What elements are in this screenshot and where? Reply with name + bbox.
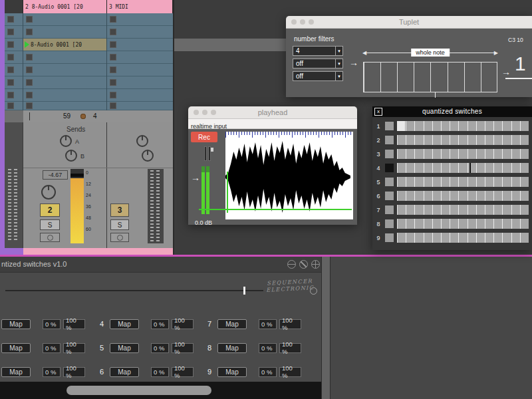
slider-thumb[interactable] xyxy=(243,287,245,295)
clip-slot[interactable] xyxy=(23,76,106,89)
map-button[interactable]: Map xyxy=(217,343,247,353)
send-b-knob[interactable] xyxy=(142,150,154,162)
switch-grid[interactable] xyxy=(397,205,529,215)
map-button[interactable]: Map xyxy=(217,367,247,377)
filter-dropdown-1[interactable]: 4 ▼ xyxy=(293,46,343,56)
row-toggle[interactable] xyxy=(385,205,394,214)
horizontal-scrollbar[interactable] xyxy=(66,386,211,395)
clip-slot[interactable] xyxy=(5,39,23,51)
clip-slot[interactable] xyxy=(107,51,173,64)
clip-stop-button[interactable] xyxy=(110,92,116,98)
max-value-box[interactable]: 100 % xyxy=(63,319,85,329)
max-value-box[interactable]: 100 % xyxy=(279,319,301,329)
switch-grid[interactable] xyxy=(397,233,529,243)
clip-stop-button[interactable] xyxy=(26,79,33,86)
clip-stop-button[interactable] xyxy=(110,41,116,48)
track3-activator-button[interactable]: 3 xyxy=(110,203,129,217)
track3-header[interactable]: 3 MIDI xyxy=(107,0,173,13)
stop-all-clips-slot[interactable] xyxy=(107,102,173,110)
pan-knob[interactable] xyxy=(41,185,56,200)
volume-fader[interactable] xyxy=(70,169,84,243)
map-button[interactable]: Map xyxy=(110,319,139,329)
clip-slot[interactable] xyxy=(23,64,106,76)
mini-fader-handle[interactable] xyxy=(211,148,213,152)
track3-arm-button[interactable] xyxy=(110,233,129,242)
switch-grid[interactable] xyxy=(397,121,529,131)
row-toggle[interactable] xyxy=(385,164,394,172)
slash-circle-icon[interactable] xyxy=(299,260,308,269)
min-value-box[interactable]: 0 % xyxy=(151,367,169,377)
clip-slot[interactable] xyxy=(107,89,173,102)
clip-stop-button[interactable] xyxy=(7,54,14,61)
min-value-box[interactable]: 0 % xyxy=(259,319,277,329)
clip-slot[interactable] xyxy=(107,13,173,26)
clip-slot[interactable] xyxy=(5,64,23,76)
max-value-box[interactable]: 100 % xyxy=(172,343,194,353)
clip-slot[interactable] xyxy=(5,26,23,39)
clip-stop-button[interactable] xyxy=(110,54,116,61)
plus-circle-icon[interactable] xyxy=(311,260,320,269)
active-cell[interactable] xyxy=(398,121,405,131)
clip-slot[interactable] xyxy=(107,76,173,89)
min-value-box[interactable]: 0 % xyxy=(151,319,169,329)
volume-value-box[interactable]: -4.67 xyxy=(43,170,68,180)
clip-slot[interactable] xyxy=(23,89,106,102)
vertical-scrollbar[interactable] xyxy=(321,257,331,399)
clip-stop-button[interactable] xyxy=(110,102,116,109)
clip-slot[interactable] xyxy=(5,89,23,102)
clip-stop-button[interactable] xyxy=(7,29,14,35)
window-minimize-button[interactable] xyxy=(300,19,305,25)
tuplet-titlebar[interactable]: Tuplet xyxy=(286,16,532,29)
max-value-box[interactable]: 100 % xyxy=(279,343,301,353)
map-button[interactable]: Map xyxy=(1,367,31,377)
groove-icon[interactable] xyxy=(80,114,86,119)
clip-slot[interactable] xyxy=(5,13,23,26)
switch-grid[interactable] xyxy=(397,191,529,201)
minus-circle-icon[interactable] xyxy=(287,260,296,269)
min-value-box[interactable]: 0 % xyxy=(43,343,61,353)
row-toggle[interactable] xyxy=(385,178,394,186)
min-value-box[interactable]: 0 % xyxy=(151,343,169,353)
track2-activator-button[interactable]: 2 xyxy=(40,203,60,217)
track2-solo-button[interactable]: S xyxy=(40,219,60,230)
clip-slot[interactable] xyxy=(23,13,106,26)
min-value-box[interactable]: 0 % xyxy=(43,367,61,377)
subdivision-grid[interactable] xyxy=(363,62,497,92)
switch-grid[interactable] xyxy=(397,219,529,229)
window-close-button[interactable] xyxy=(194,110,199,115)
map-button[interactable]: Map xyxy=(1,319,31,329)
row-toggle[interactable] xyxy=(385,122,394,130)
max-value-box[interactable]: 100 % xyxy=(172,367,194,377)
clip-slot[interactable] xyxy=(23,51,106,64)
clip-stop-button[interactable] xyxy=(7,79,14,86)
row-toggle[interactable] xyxy=(385,150,394,158)
clip-stop-button[interactable] xyxy=(26,54,33,61)
max-value-box[interactable]: 100 % xyxy=(172,319,194,329)
clip-slot[interactable] xyxy=(107,26,173,39)
track1-header[interactable] xyxy=(5,0,23,13)
map-button[interactable]: Map xyxy=(1,343,31,353)
clip-slot[interactable] xyxy=(107,39,173,51)
min-value-box[interactable]: 0 % xyxy=(259,343,277,353)
filter-dropdown-3[interactable]: off ▼ xyxy=(293,71,343,81)
clip-stop-button[interactable] xyxy=(26,66,33,73)
clip-stop-button[interactable] xyxy=(26,16,33,23)
window-zoom-button[interactable] xyxy=(211,110,216,115)
playhead-titlebar[interactable]: playhead xyxy=(188,106,357,119)
waveform-display[interactable] xyxy=(225,132,353,219)
max-value-box[interactable]: 100 % xyxy=(63,367,85,377)
fader-handle[interactable] xyxy=(70,174,84,177)
window-minimize-button[interactable] xyxy=(202,110,207,115)
row-toggle[interactable] xyxy=(385,233,394,242)
switch-grid[interactable] xyxy=(397,149,529,159)
row-toggle[interactable] xyxy=(385,136,394,144)
min-value-box[interactable]: 0 % xyxy=(259,367,277,377)
playing-clip[interactable]: 8-Audio 0001 [20 xyxy=(23,39,106,51)
clip-stop-button[interactable] xyxy=(7,16,14,23)
stop-all-clips-slot[interactable] xyxy=(5,102,23,110)
row-toggle[interactable] xyxy=(385,219,394,228)
clip-slot[interactable] xyxy=(5,51,23,64)
clip-slot[interactable] xyxy=(5,76,23,89)
rec-button[interactable]: Rec xyxy=(191,132,217,142)
map-button[interactable]: Map xyxy=(217,319,247,329)
